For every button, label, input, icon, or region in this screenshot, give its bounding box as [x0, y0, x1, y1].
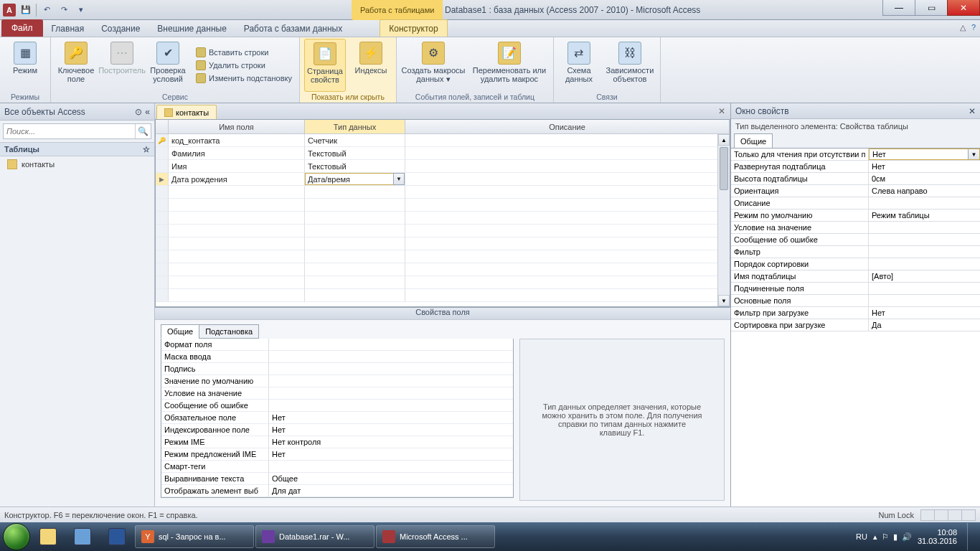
cell-data-type[interactable]: [305, 237, 405, 250]
language-indicator[interactable]: RU: [856, 532, 867, 541]
property-sheet-button[interactable]: 📄 Страница свойств: [304, 39, 346, 92]
cell-description[interactable]: [405, 276, 730, 289]
property-value[interactable]: [869, 197, 980, 209]
view-button[interactable]: ▦ Режим: [4, 39, 46, 92]
property-value[interactable]: [269, 363, 513, 375]
cell-description[interactable]: [405, 147, 730, 160]
row-selector[interactable]: [156, 212, 169, 225]
table-row[interactable]: ФамилияТекстовый: [156, 147, 730, 160]
table-row[interactable]: ▶Дата рожденияДата/время▼: [156, 173, 730, 186]
property-value[interactable]: Нет: [869, 307, 980, 319]
property-value[interactable]: Общее: [269, 473, 513, 485]
scroll-down-icon[interactable]: ▼: [718, 295, 730, 306]
create-data-macros-button[interactable]: ⚙ Создать макросы данных ▾: [401, 39, 466, 92]
property-row[interactable]: Условие на значение: [161, 387, 513, 400]
cell-description[interactable]: [405, 173, 730, 186]
cell-description[interactable]: [405, 237, 730, 250]
cell-data-type[interactable]: [305, 276, 405, 289]
indexes-button[interactable]: ⚡ Индексы: [350, 39, 392, 92]
cell-description[interactable]: [405, 160, 730, 173]
property-row[interactable]: Смарт-теги: [161, 461, 513, 473]
property-row[interactable]: Высота подтаблицы0см: [731, 173, 980, 185]
cell-description[interactable]: [405, 199, 730, 212]
redo-icon[interactable]: ↷: [57, 3, 71, 17]
save-icon[interactable]: 💾: [19, 3, 33, 17]
property-row[interactable]: Формат поля: [161, 339, 513, 351]
tab-home[interactable]: Главная: [43, 21, 93, 37]
property-row[interactable]: Индексированное полеНет: [161, 424, 513, 436]
property-value[interactable]: Да: [869, 319, 980, 331]
property-row[interactable]: Только для чтения при отсутствии пНет▼: [731, 149, 980, 161]
cell-field-name[interactable]: [169, 263, 305, 276]
file-tab[interactable]: Файл: [1, 19, 43, 37]
pinned-word[interactable]: [100, 525, 133, 548]
property-value[interactable]: [269, 387, 513, 400]
nav-header[interactable]: Все объекты Access ⊙ «: [0, 103, 154, 121]
cell-data-type[interactable]: [305, 186, 405, 199]
pinned-explorer[interactable]: [32, 525, 65, 548]
view-design-button[interactable]: [934, 509, 948, 521]
cell-field-name[interactable]: [169, 199, 305, 212]
col-header-description[interactable]: Описание: [405, 120, 730, 133]
nav-item-contacts[interactable]: контакты: [0, 156, 154, 172]
property-row[interactable]: Режим IMEНет контроля: [161, 436, 513, 448]
property-value[interactable]: Нет: [269, 448, 513, 461]
data-type-combobox[interactable]: Дата/время▼: [305, 173, 405, 185]
property-value[interactable]: [869, 222, 980, 233]
property-row[interactable]: Фильтр: [731, 246, 980, 258]
row-selector[interactable]: [156, 147, 169, 160]
nav-dropdown-icon[interactable]: ⊙: [135, 107, 142, 117]
table-row[interactable]: ИмяТекстовый: [156, 160, 730, 173]
property-row[interactable]: Сообщение об ошибке: [731, 234, 980, 246]
tab-design[interactable]: Конструктор: [380, 19, 447, 37]
cell-field-name[interactable]: [169, 186, 305, 199]
task-winrar[interactable]: Database1.rar - W...: [255, 525, 374, 548]
property-value[interactable]: Нет: [269, 424, 513, 436]
table-row[interactable]: [156, 225, 730, 237]
property-row[interactable]: Имя подтаблицы[Авто]: [731, 270, 980, 283]
property-row[interactable]: Фильтр при загрузкеНет: [731, 307, 980, 319]
property-row[interactable]: Описание: [731, 197, 980, 209]
table-row[interactable]: [156, 263, 730, 276]
col-header-name[interactable]: Имя поля: [169, 120, 305, 133]
vertical-scrollbar[interactable]: ▲ ▼: [717, 134, 730, 306]
scroll-up-icon[interactable]: ▲: [718, 134, 730, 146]
show-desktop-button[interactable]: [967, 523, 977, 550]
modify-lookup-button[interactable]: Изменить подстановку: [193, 72, 295, 84]
document-close-button[interactable]: ✕: [716, 105, 727, 117]
cell-field-name[interactable]: [169, 250, 305, 263]
property-row[interactable]: Условие на значение: [731, 222, 980, 234]
table-row[interactable]: [156, 186, 730, 199]
cell-data-type[interactable]: [305, 250, 405, 263]
cell-field-name[interactable]: [169, 225, 305, 237]
table-row[interactable]: [156, 250, 730, 263]
property-value[interactable]: [869, 246, 980, 258]
property-value[interactable]: Для дат: [269, 485, 513, 497]
property-value[interactable]: Нет: [269, 412, 513, 424]
property-row[interactable]: Отображать элемент выбДля дат: [161, 485, 513, 497]
cell-data-type[interactable]: [305, 199, 405, 212]
property-value[interactable]: [Авто]: [869, 270, 980, 282]
table-row[interactable]: [156, 199, 730, 212]
rename-delete-macro-button[interactable]: 📝 Переименовать или удалить макрос: [470, 39, 549, 92]
property-value[interactable]: [269, 339, 513, 351]
cell-description[interactable]: [405, 263, 730, 276]
tray-show-hidden-icon[interactable]: ▴: [873, 532, 877, 542]
property-value[interactable]: [869, 283, 980, 294]
tab-lookup[interactable]: Подстановка: [199, 324, 259, 339]
taskbar-clock[interactable]: 10:08 31.03.2016: [918, 528, 961, 545]
row-selector[interactable]: [156, 199, 169, 212]
property-value[interactable]: [869, 258, 980, 270]
ribbon-minimize-icon[interactable]: △: [960, 23, 966, 32]
minimize-button[interactable]: —: [882, 0, 915, 16]
row-selector[interactable]: [156, 276, 169, 289]
search-input[interactable]: [4, 124, 135, 138]
property-value[interactable]: Нет▼: [869, 149, 980, 160]
cell-field-name[interactable]: [169, 237, 305, 250]
property-value[interactable]: Нет контроля: [269, 436, 513, 448]
property-row[interactable]: Режим по умолчаниюРежим таблицы: [731, 209, 980, 222]
tab-general[interactable]: Общие: [161, 324, 199, 339]
row-selector[interactable]: [156, 237, 169, 250]
dropdown-icon[interactable]: ▼: [393, 173, 405, 185]
tab-create[interactable]: Создание: [93, 21, 149, 37]
